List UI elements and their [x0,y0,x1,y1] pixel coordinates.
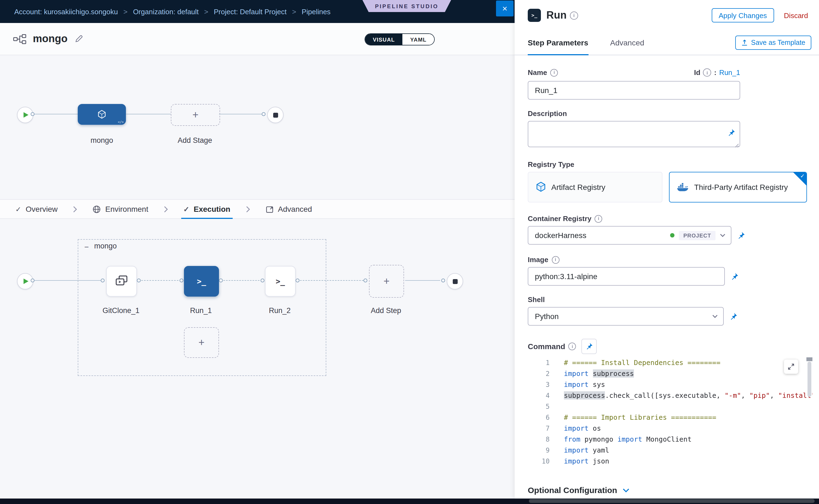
image-input[interactable] [528,267,725,286]
code-line: 4subprocess.check_call([sys.executable, … [528,390,812,401]
add-step-button[interactable]: + [369,265,404,298]
registry-type-artifact-card[interactable]: Artifact Registry [528,172,662,202]
step-label: Run_1 [176,306,225,315]
connector-line [141,280,178,281]
editor-scroll-marker [806,357,812,361]
description-label: Description [528,109,567,118]
artifact-registry-icon [536,182,546,193]
connector-dot [137,279,141,282]
editor-scroll-thumb[interactable] [808,362,811,397]
tab-environment[interactable]: Environment [91,200,150,218]
discard-button[interactable]: Discard [781,11,811,20]
step-node-gitclone-1[interactable] [106,266,137,297]
pin-runtime-input-icon[interactable] [737,231,745,239]
add-stage-label: Add Stage [171,136,219,144]
connector-dot [101,279,105,282]
pin-runtime-input-button[interactable] [582,339,597,354]
environment-icon [93,205,101,213]
visual-toggle[interactable]: VISUAL [365,34,402,45]
connector-dot [31,112,34,116]
tab-step-advanced[interactable]: Advanced [610,31,644,55]
name-input[interactable] [528,81,740,100]
container-registry-select[interactable]: dockerHarness PROJECT [528,226,731,245]
add-step-label: Add Step [361,306,411,315]
registry-type-third-party-label: Third-Party Artifact Registry [694,183,788,192]
registry-type-label: Registry Type [528,160,574,169]
tab-advanced[interactable]: Advanced [263,200,314,218]
shell-select[interactable]: Python [528,307,724,326]
close-panel-button[interactable]: × [496,1,514,16]
horizontal-scrollbar-thumb[interactable] [529,499,815,503]
plus-icon: + [383,275,389,287]
step-node-run-1[interactable]: >_ [184,266,219,297]
editor-scrollbar[interactable] [806,357,812,471]
pipeline-studio-app: Account: kurosakiichigo.songoku > Organi… [0,0,819,504]
description-input[interactable] [528,121,740,147]
chevron-right-icon [73,205,77,213]
chevron-right-icon: > [123,7,128,16]
info-icon[interactable]: i [551,69,558,76]
connector-dot [219,279,223,282]
pin-runtime-input-icon[interactable] [730,272,739,280]
info-icon[interactable]: i [703,68,711,77]
save-template-icon [741,39,748,46]
connector-dot [363,279,367,282]
collapse-group-icon[interactable]: − [84,243,89,251]
breadcrumb-pipelines[interactable]: Pipelines [302,7,331,16]
add-parallel-step-button[interactable]: + [184,327,219,358]
id-separator: : [714,68,717,77]
chevron-right-icon [245,205,250,213]
step-config-panel: >_ Run i Apply Changes Discard Step Para… [515,0,819,499]
breadcrumb-organization[interactable]: Organization: default [133,7,199,16]
connector-line [34,280,101,281]
tab-execution[interactable]: ✓ Execution [181,200,233,218]
code-line: 10import json [528,456,812,467]
step-node-run-2[interactable]: >_ [265,266,296,297]
command-code-editor[interactable]: 1# ====== Install Dependencies ========2… [528,357,812,471]
pipeline-icon [13,34,26,44]
breadcrumb: Account: kurosakiichigo.songoku > Organi… [14,7,331,16]
edit-pipeline-name-icon[interactable] [75,35,83,43]
tab-execution-label: Execution [194,205,230,213]
expand-editor-button[interactable] [784,360,798,374]
shell-label: Shell [528,296,545,304]
tab-overview[interactable]: ✓ Overview [13,200,60,218]
check-icon: ✓ [800,173,805,179]
registry-type-third-party-card[interactable]: Third-Party Artifact Registry ✓ [669,172,807,202]
tab-overview-label: Overview [26,205,58,213]
optional-configuration-toggle[interactable]: Optional Configuration [528,485,819,495]
pin-runtime-input-icon[interactable] [727,129,735,137]
id-value[interactable]: Run_1 [719,68,740,77]
resize-grip-icon[interactable] [735,143,739,148]
connector-dot [441,279,445,282]
connector-line [219,114,262,114]
play-icon [24,279,28,284]
apply-changes-button[interactable]: Apply Changes [712,8,774,22]
save-as-template-button[interactable]: Save as Template [735,36,811,50]
check-icon: ✓ [183,205,189,213]
breadcrumb-account[interactable]: Account: kurosakiichigo.songoku [14,7,118,16]
scope-badge: PROJECT [679,231,716,240]
optional-configuration-label: Optional Configuration [528,485,617,495]
add-stage-button[interactable]: + [171,104,220,126]
pipeline-end-node [267,107,283,123]
info-icon[interactable]: i [569,343,576,350]
tab-step-parameters[interactable]: Step Parameters [528,31,588,55]
stage-node-mongo[interactable]: </> [78,104,126,125]
step-parameters-form: Name i Id i : Run_1 Description [515,55,819,499]
info-icon[interactable]: i [552,256,559,263]
yaml-toggle[interactable]: YAML [402,34,435,45]
info-icon[interactable]: i [595,215,603,222]
pin-runtime-input-icon[interactable] [729,312,737,320]
info-icon[interactable]: i [570,11,578,19]
play-icon [24,112,28,118]
breadcrumb-project[interactable]: Project: Default Project [214,7,286,16]
code-line: 5 [528,401,812,412]
command-label: Command [528,342,565,351]
image-label: Image [528,256,548,264]
connector-dot [262,112,265,116]
advanced-icon [265,205,273,213]
code-line: 6# ====== Import Libraries =========== [528,412,812,423]
connector-line [300,280,363,281]
chevron-down-icon [623,488,630,492]
